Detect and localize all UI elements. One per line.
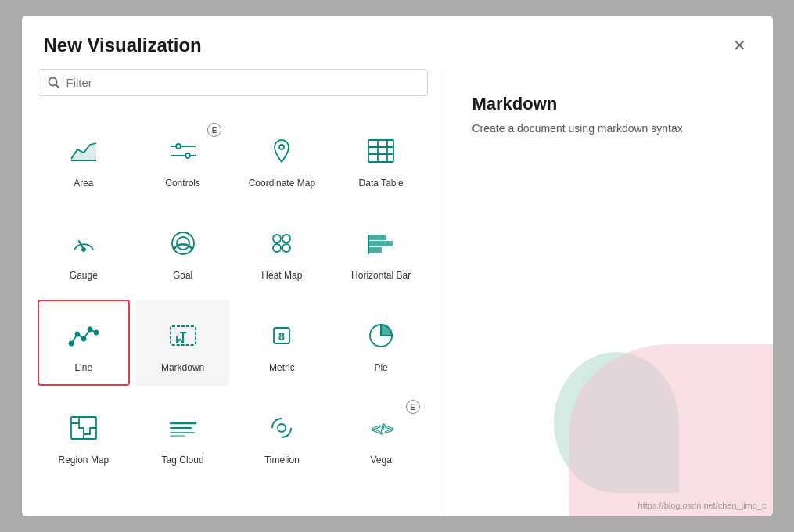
- vis-item-tag-cloud[interactable]: Tag Cloud: [136, 392, 229, 478]
- right-panel-title: Markdown: [472, 94, 745, 114]
- vis-item-timelion[interactable]: Timelion: [235, 392, 329, 478]
- search-icon: [48, 77, 60, 89]
- badge-controls: E: [207, 123, 221, 137]
- right-panel: Markdown Create a document using markdow…: [444, 69, 773, 516]
- svg-rect-27: [368, 248, 381, 252]
- timelion-label: Timelion: [264, 455, 300, 467]
- vis-item-area[interactable]: Area: [38, 115, 131, 201]
- timelion-icon: [261, 408, 302, 448]
- watermark: https://blog.osdn.net/chen_jimo_c: [638, 501, 767, 510]
- svg-point-23: [282, 244, 290, 252]
- metric-icon: 8: [261, 315, 302, 356]
- svg-rect-11: [368, 140, 393, 162]
- area-icon: [63, 131, 104, 171]
- vis-item-goal[interactable]: Goal: [136, 207, 229, 293]
- vis-item-coordinate-map[interactable]: Coordinate Map: [235, 115, 329, 201]
- svg-point-17: [82, 248, 85, 251]
- coordinate-map-label: Coordinate Map: [249, 178, 315, 190]
- decorative-shapes: [523, 313, 773, 516]
- vis-item-data-table[interactable]: Data Table: [335, 115, 428, 201]
- svg-rect-26: [368, 242, 392, 246]
- vis-item-markdown[interactable]: TMarkdown: [136, 300, 229, 386]
- vis-item-vega[interactable]: E</>Vega: [335, 392, 428, 478]
- right-panel-description: Create a document using markdown syntax: [472, 122, 745, 135]
- heat-map-label: Heat Map: [261, 270, 302, 282]
- markdown-icon: T: [163, 315, 203, 356]
- horizontal-bar-label: Horizontal Bar: [351, 270, 411, 282]
- goal-icon: [163, 223, 203, 264]
- gauge-label: Gauge: [70, 270, 98, 282]
- vega-icon: </>: [361, 408, 401, 448]
- visualization-grid-container: AreaEControlsCoordinate MapData TableGau…: [22, 109, 444, 516]
- area-label: Area: [74, 178, 93, 190]
- horizontal-bar-icon: [361, 223, 401, 264]
- vis-item-pie[interactable]: Pie: [335, 300, 428, 386]
- pie-label: Pie: [374, 362, 387, 375]
- svg-point-10: [279, 145, 284, 149]
- controls-label: Controls: [165, 178, 200, 190]
- vega-label: Vega: [370, 455, 391, 467]
- line-label: Line: [75, 362, 93, 375]
- modal-overlay: New Visualization ✕ Ar: [0, 0, 794, 532]
- modal-title: New Visualization: [44, 34, 202, 56]
- tag-cloud-icon: [163, 408, 203, 448]
- region-map-icon: [63, 408, 104, 448]
- vis-item-gauge[interactable]: Gauge: [38, 207, 131, 293]
- svg-point-0: [49, 77, 56, 85]
- goal-label: Goal: [173, 270, 192, 282]
- pie-icon: [361, 315, 401, 356]
- svg-point-5: [185, 153, 190, 158]
- vis-item-line[interactable]: Line: [38, 300, 131, 386]
- heat-map-icon: [261, 223, 302, 264]
- svg-point-31: [88, 328, 92, 332]
- new-visualization-modal: New Visualization ✕ Ar: [22, 16, 773, 516]
- svg-point-29: [75, 332, 79, 336]
- pink-shape: [569, 344, 773, 516]
- svg-point-22: [273, 244, 281, 252]
- vis-item-region-map[interactable]: Region Map: [38, 392, 131, 478]
- modal-header: New Visualization ✕: [22, 16, 773, 69]
- vis-item-heat-map[interactable]: Heat Map: [235, 207, 329, 293]
- svg-rect-25: [368, 235, 386, 239]
- coordinate-map-icon: [261, 131, 302, 171]
- svg-point-28: [69, 342, 73, 346]
- search-input-wrapper[interactable]: [38, 69, 428, 96]
- svg-text:</>: </>: [372, 422, 393, 437]
- metric-label: Metric: [269, 362, 295, 375]
- gauge-icon: [63, 223, 104, 264]
- left-panel: AreaEControlsCoordinate MapData TableGau…: [22, 69, 444, 516]
- close-button[interactable]: ✕: [729, 34, 751, 56]
- svg-point-46: [278, 424, 286, 432]
- svg-point-4: [176, 144, 181, 149]
- svg-point-21: [282, 235, 290, 243]
- vis-item-controls[interactable]: EControls: [136, 115, 229, 201]
- search-input[interactable]: [66, 76, 418, 89]
- markdown-label: Markdown: [161, 362, 204, 375]
- svg-text:8: 8: [278, 330, 285, 343]
- visualization-grid: AreaEControlsCoordinate MapData TableGau…: [38, 115, 428, 478]
- svg-line-1: [56, 84, 59, 88]
- controls-icon: [163, 131, 203, 171]
- search-bar: [22, 69, 444, 109]
- modal-body: AreaEControlsCoordinate MapData TableGau…: [22, 69, 773, 516]
- data-table-icon: [361, 131, 401, 171]
- data-table-label: Data Table: [359, 178, 404, 190]
- svg-point-20: [273, 235, 281, 243]
- badge-vega: E: [406, 400, 420, 414]
- svg-point-32: [94, 331, 98, 335]
- svg-point-30: [81, 337, 85, 341]
- close-icon: ✕: [733, 36, 746, 55]
- tag-cloud-label: Tag Cloud: [162, 455, 204, 467]
- vis-item-horizontal-bar[interactable]: Horizontal Bar: [335, 207, 428, 293]
- line-icon: [63, 315, 104, 356]
- region-map-label: Region Map: [59, 455, 110, 467]
- vis-item-metric[interactable]: 8Metric: [235, 300, 329, 386]
